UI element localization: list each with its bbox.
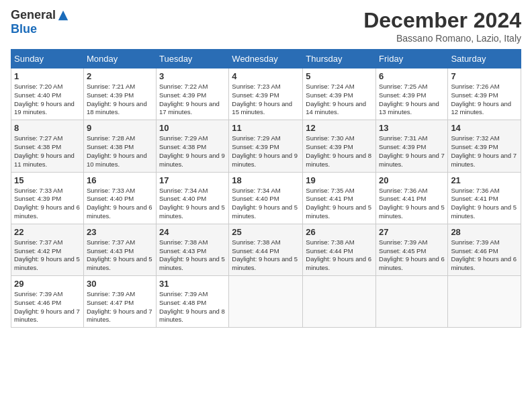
day-info: Sunrise: 7:27 AMSunset: 4:38 PMDaylight:… — [14, 134, 81, 169]
day-info: Sunrise: 7:22 AMSunset: 4:39 PMDaylight:… — [159, 83, 226, 117]
table-row: 5Sunrise: 7:24 AMSunset: 4:39 PMDaylight… — [303, 68, 376, 120]
table-row: 8Sunrise: 7:27 AMSunset: 4:38 PMDaylight… — [11, 120, 84, 172]
col-saturday: Saturday — [448, 50, 521, 68]
table-row: 31Sunrise: 7:39 AMSunset: 4:48 PMDayligh… — [156, 276, 228, 328]
day-number: 24 — [159, 227, 226, 237]
calendar-week-row: 15Sunrise: 7:33 AMSunset: 4:39 PMDayligh… — [11, 172, 521, 224]
day-info: Sunrise: 7:39 AMSunset: 4:46 PMDaylight:… — [451, 238, 518, 273]
day-number: 23 — [87, 227, 153, 237]
day-number: 9 — [87, 123, 153, 133]
day-number: 5 — [306, 71, 373, 81]
col-friday: Friday — [376, 50, 448, 68]
day-info: Sunrise: 7:37 AMSunset: 4:43 PMDaylight:… — [87, 238, 153, 273]
day-info: Sunrise: 7:24 AMSunset: 4:39 PMDaylight:… — [306, 83, 373, 117]
table-row: 14Sunrise: 7:32 AMSunset: 4:39 PMDayligh… — [448, 120, 521, 172]
day-number: 28 — [451, 227, 518, 237]
table-row: 7Sunrise: 7:26 AMSunset: 4:39 PMDaylight… — [448, 68, 521, 120]
day-info: Sunrise: 7:39 AMSunset: 4:46 PMDaylight:… — [14, 290, 81, 324]
table-row: 10Sunrise: 7:29 AMSunset: 4:38 PMDayligh… — [156, 120, 228, 172]
day-number: 6 — [379, 71, 445, 81]
day-info: Sunrise: 7:35 AMSunset: 4:41 PMDaylight:… — [306, 187, 373, 221]
table-row: 13Sunrise: 7:31 AMSunset: 4:39 PMDayligh… — [376, 120, 448, 172]
table-row: 4Sunrise: 7:23 AMSunset: 4:39 PMDaylight… — [229, 68, 303, 120]
calendar-week-row: 8Sunrise: 7:27 AMSunset: 4:38 PMDaylight… — [11, 120, 521, 172]
table-row: 17Sunrise: 7:34 AMSunset: 4:40 PMDayligh… — [156, 172, 228, 224]
table-row: 25Sunrise: 7:38 AMSunset: 4:44 PMDayligh… — [229, 224, 303, 275]
day-number: 15 — [14, 175, 81, 185]
day-info: Sunrise: 7:26 AMSunset: 4:39 PMDaylight:… — [451, 83, 518, 117]
calendar-header-row: Sunday Monday Tuesday Wednesday Thursday… — [11, 50, 521, 68]
col-wednesday: Wednesday — [229, 50, 303, 68]
day-number: 18 — [232, 175, 300, 185]
table-row: 27Sunrise: 7:39 AMSunset: 4:45 PMDayligh… — [376, 224, 448, 275]
day-number: 27 — [379, 227, 445, 237]
day-number: 16 — [87, 175, 153, 185]
table-row: 23Sunrise: 7:37 AMSunset: 4:43 PMDayligh… — [83, 224, 156, 275]
day-number: 7 — [451, 71, 518, 81]
day-info: Sunrise: 7:30 AMSunset: 4:39 PMDaylight:… — [306, 134, 373, 169]
table-row: 2Sunrise: 7:21 AMSunset: 4:39 PMDaylight… — [83, 68, 156, 120]
day-info: Sunrise: 7:25 AMSunset: 4:39 PMDaylight:… — [379, 83, 445, 117]
day-info: Sunrise: 7:32 AMSunset: 4:39 PMDaylight:… — [451, 134, 518, 169]
table-row: 12Sunrise: 7:30 AMSunset: 4:39 PMDayligh… — [303, 120, 376, 172]
table-row — [448, 276, 521, 328]
calendar-week-row: 29Sunrise: 7:39 AMSunset: 4:46 PMDayligh… — [11, 276, 521, 328]
day-info: Sunrise: 7:38 AMSunset: 4:44 PMDaylight:… — [232, 238, 300, 273]
table-row: 15Sunrise: 7:33 AMSunset: 4:39 PMDayligh… — [11, 172, 84, 224]
day-info: Sunrise: 7:39 AMSunset: 4:45 PMDaylight:… — [379, 238, 445, 273]
calendar-week-row: 1Sunrise: 7:20 AMSunset: 4:40 PMDaylight… — [11, 68, 521, 120]
month-title: December 2024 — [363, 8, 521, 33]
day-number: 13 — [379, 123, 445, 133]
table-row: 20Sunrise: 7:36 AMSunset: 4:41 PMDayligh… — [376, 172, 448, 224]
table-row — [376, 276, 448, 328]
table-row: 26Sunrise: 7:38 AMSunset: 4:44 PMDayligh… — [303, 224, 376, 275]
day-number: 3 — [159, 71, 226, 81]
table-row: 19Sunrise: 7:35 AMSunset: 4:41 PMDayligh… — [303, 172, 376, 224]
logo: General Blue — [11, 8, 69, 36]
day-number: 19 — [306, 175, 373, 185]
page-header: General Blue December 2024 Bassano Roman… — [11, 8, 521, 44]
day-info: Sunrise: 7:28 AMSunset: 4:38 PMDaylight:… — [87, 134, 153, 169]
day-number: 22 — [14, 227, 81, 237]
day-info: Sunrise: 7:34 AMSunset: 4:40 PMDaylight:… — [232, 187, 300, 221]
table-row — [303, 276, 376, 328]
table-row: 16Sunrise: 7:33 AMSunset: 4:40 PMDayligh… — [83, 172, 156, 224]
day-info: Sunrise: 7:34 AMSunset: 4:40 PMDaylight:… — [159, 187, 226, 221]
day-number: 2 — [87, 71, 153, 81]
table-row: 1Sunrise: 7:20 AMSunset: 4:40 PMDaylight… — [11, 68, 84, 120]
table-row: 29Sunrise: 7:39 AMSunset: 4:46 PMDayligh… — [11, 276, 84, 328]
day-info: Sunrise: 7:29 AMSunset: 4:38 PMDaylight:… — [159, 134, 226, 169]
calendar-table: Sunday Monday Tuesday Wednesday Thursday… — [11, 49, 521, 328]
day-number: 25 — [232, 227, 300, 237]
day-info: Sunrise: 7:33 AMSunset: 4:39 PMDaylight:… — [14, 187, 81, 221]
location: Bassano Romano, Lazio, Italy — [363, 33, 521, 44]
col-monday: Monday — [83, 50, 156, 68]
day-info: Sunrise: 7:29 AMSunset: 4:39 PMDaylight:… — [232, 134, 300, 169]
table-row: 18Sunrise: 7:34 AMSunset: 4:40 PMDayligh… — [229, 172, 303, 224]
day-info: Sunrise: 7:33 AMSunset: 4:40 PMDaylight:… — [87, 187, 153, 221]
day-info: Sunrise: 7:38 AMSunset: 4:44 PMDaylight:… — [306, 238, 373, 273]
day-number: 1 — [14, 71, 81, 81]
day-info: Sunrise: 7:20 AMSunset: 4:40 PMDaylight:… — [14, 83, 81, 117]
day-info: Sunrise: 7:39 AMSunset: 4:47 PMDaylight:… — [87, 290, 153, 324]
logo-icon — [57, 9, 69, 21]
table-row: 22Sunrise: 7:37 AMSunset: 4:42 PMDayligh… — [11, 224, 84, 275]
day-number: 14 — [451, 123, 518, 133]
calendar-week-row: 22Sunrise: 7:37 AMSunset: 4:42 PMDayligh… — [11, 224, 521, 275]
col-thursday: Thursday — [303, 50, 376, 68]
table-row — [229, 276, 303, 328]
day-number: 4 — [232, 71, 300, 81]
title-section: December 2024 Bassano Romano, Lazio, Ita… — [363, 8, 521, 44]
day-info: Sunrise: 7:21 AMSunset: 4:39 PMDaylight:… — [87, 83, 153, 117]
table-row: 24Sunrise: 7:38 AMSunset: 4:43 PMDayligh… — [156, 224, 228, 275]
table-row: 28Sunrise: 7:39 AMSunset: 4:46 PMDayligh… — [448, 224, 521, 275]
table-row: 3Sunrise: 7:22 AMSunset: 4:39 PMDaylight… — [156, 68, 228, 120]
table-row: 30Sunrise: 7:39 AMSunset: 4:47 PMDayligh… — [83, 276, 156, 328]
col-sunday: Sunday — [11, 50, 84, 68]
day-number: 31 — [159, 279, 226, 289]
day-number: 21 — [451, 175, 518, 185]
day-number: 20 — [379, 175, 445, 185]
day-info: Sunrise: 7:36 AMSunset: 4:41 PMDaylight:… — [451, 187, 518, 221]
table-row: 21Sunrise: 7:36 AMSunset: 4:41 PMDayligh… — [448, 172, 521, 224]
day-number: 12 — [306, 123, 373, 133]
